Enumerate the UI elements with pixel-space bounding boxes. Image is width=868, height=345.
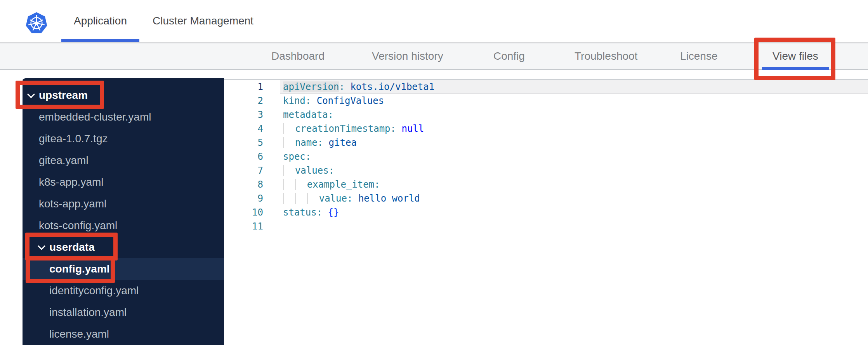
- tree-folder-userdata[interactable]: userdata: [23, 236, 224, 258]
- code-text: creationTimestamp: null: [283, 123, 424, 134]
- tree-folder-upstream[interactable]: upstream: [23, 85, 224, 106]
- subnav-tab-label: Config: [493, 50, 525, 62]
- code-text: value: hello world: [283, 193, 420, 204]
- token-key: :: [347, 193, 352, 204]
- line-number: 6: [224, 151, 263, 162]
- token-plain: [323, 137, 328, 148]
- indent-guide: [283, 165, 295, 176]
- header-tab-label: Cluster Management: [153, 15, 253, 27]
- tree-item-label: gitea.yaml: [39, 154, 89, 167]
- token-key: name: [295, 137, 318, 148]
- token-str: hello world: [358, 193, 420, 204]
- header-tab-application[interactable]: Application: [74, 0, 127, 42]
- active-tab-underline: [61, 39, 139, 42]
- code-text: kind: ConfigValues: [283, 95, 384, 106]
- file-tree-sidebar: upstreamembedded-cluster.yamlgitea-1.0.7…: [23, 78, 224, 345]
- header-tab-label: Application: [74, 15, 127, 27]
- subnav-tab-label: License: [680, 50, 718, 62]
- line-number: 4: [224, 123, 263, 134]
- code-text: metadata:: [283, 109, 333, 120]
- line-number: 9: [224, 193, 263, 204]
- subnav-tab-troubleshoot[interactable]: Troubleshoot: [575, 43, 637, 69]
- indent-guide: [295, 179, 307, 190]
- indent-guide: [283, 193, 295, 204]
- tree-item-label: license.yaml: [49, 328, 109, 340]
- tree-item-label: embedded-cluster.yaml: [39, 111, 151, 123]
- tree-item-label: identityconfig.yaml: [49, 285, 139, 297]
- subnav-tab-view-files[interactable]: View files: [773, 43, 818, 69]
- tree-file-k8s-app-yaml[interactable]: k8s-app.yaml: [23, 171, 224, 193]
- line-number: 10: [224, 207, 263, 218]
- tree-file-kots-app-yaml[interactable]: kots-app.yaml: [23, 193, 224, 215]
- tree-item-label: config.yaml: [49, 263, 110, 275]
- tree-file-license-yaml[interactable]: license.yaml: [23, 323, 224, 345]
- token-key: creationTimestamp: [295, 123, 391, 134]
- code-line-5: 5 name: gitea: [224, 136, 868, 150]
- token-key: example_item: [307, 179, 374, 190]
- token-key: :: [391, 123, 396, 134]
- kubernetes-logo-icon: [24, 11, 49, 34]
- tree-item-label: installation.yaml: [49, 306, 127, 319]
- tree-item-label: k8s-app.yaml: [39, 176, 104, 188]
- subnav-tab-label: Version history: [372, 50, 443, 62]
- code-line-6: 6spec:: [224, 150, 868, 164]
- tree-file-config-yaml[interactable]: config.yaml: [23, 258, 224, 280]
- subnav-tab-version-history[interactable]: Version history: [372, 43, 443, 69]
- indent-guide: [283, 123, 295, 134]
- token-key: apiVersion: [283, 81, 339, 92]
- token-plain: [352, 193, 358, 204]
- header-tab-cluster-management[interactable]: Cluster Management: [153, 0, 253, 42]
- code-editor[interactable]: 1apiVersion: kots.io/v1beta12kind: Confi…: [224, 80, 868, 345]
- subnav-tab-label: View files: [773, 50, 818, 62]
- chevron-down-icon: [38, 242, 45, 250]
- subnav-tab-dashboard[interactable]: Dashboard: [271, 43, 325, 69]
- subnav-tab-label: Dashboard: [271, 50, 325, 62]
- subnav-tab-license[interactable]: License: [680, 43, 718, 69]
- active-subnav-underline: [762, 67, 829, 70]
- line-number: 3: [224, 109, 263, 120]
- token-key: :: [318, 137, 323, 148]
- line-number: 2: [224, 95, 263, 106]
- code-text: name: gitea: [283, 137, 357, 148]
- line-number: 11: [224, 221, 263, 232]
- line-number: 5: [224, 137, 263, 148]
- tree-item-label: userdata: [49, 241, 95, 254]
- token-key: status: [283, 207, 317, 218]
- tree-file-gitea-yaml[interactable]: gitea.yaml: [23, 150, 224, 171]
- tree-item-label: kots-app.yaml: [39, 198, 106, 210]
- token-str: gitea: [329, 137, 357, 148]
- chevron-down-icon: [27, 90, 35, 98]
- code-text: apiVersion: kots.io/v1beta1: [283, 81, 434, 92]
- token-key: spec: [283, 151, 306, 162]
- subnav-tab-config[interactable]: Config: [493, 43, 525, 69]
- tree-file-kots-config-yaml[interactable]: kots-config.yaml: [23, 215, 224, 236]
- indent-guide: [283, 179, 295, 190]
- token-plain: [396, 123, 401, 134]
- code-line-3: 3metadata:: [224, 108, 868, 122]
- tree-file-gitea-1-0-7-tgz[interactable]: gitea-1.0.7.tgz: [23, 128, 224, 150]
- token-brk: {}: [328, 207, 339, 218]
- file-tree: upstreamembedded-cluster.yamlgitea-1.0.7…: [23, 85, 224, 345]
- line-number: 1: [224, 81, 263, 92]
- indent-guide: [295, 193, 307, 204]
- token-key: :: [328, 109, 333, 120]
- token-plain: [322, 207, 328, 218]
- token-str: kots.io/v1beta1: [350, 81, 434, 92]
- token-key: value: [319, 193, 347, 204]
- token-plain: [345, 81, 350, 92]
- token-key: :: [329, 165, 334, 176]
- line-number: 8: [224, 179, 263, 190]
- app-header: ApplicationCluster Management: [0, 0, 868, 42]
- token-key: kind: [283, 95, 306, 106]
- token-plain: [311, 95, 316, 106]
- indent-guide: [283, 137, 295, 148]
- tree-file-embedded-cluster-yaml[interactable]: embedded-cluster.yaml: [23, 106, 224, 128]
- code-line-4: 4 creationTimestamp: null: [224, 122, 868, 136]
- token-key: :: [339, 81, 345, 92]
- app-subnav: DashboardVersion historyConfigTroublesho…: [0, 43, 868, 70]
- code-line-8: 8 example_item:: [224, 178, 868, 191]
- tree-file-identityconfig-yaml[interactable]: identityconfig.yaml: [23, 280, 224, 302]
- tree-file-installation-yaml[interactable]: installation.yaml: [23, 302, 224, 323]
- tree-item-label: gitea-1.0.7.tgz: [39, 133, 108, 145]
- token-str: ConfigValues: [317, 95, 384, 106]
